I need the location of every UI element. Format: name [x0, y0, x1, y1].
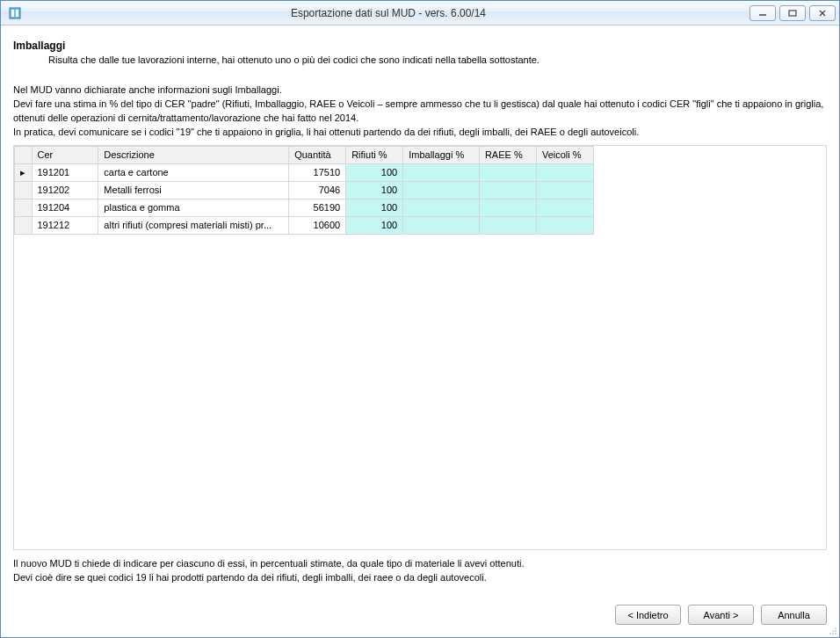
table-row[interactable]: ▸ 191201 carta e cartone 17510 100 — [15, 163, 594, 181]
cell-quantita[interactable]: 17510 — [289, 163, 346, 181]
next-button[interactable]: Avanti > — [688, 605, 754, 625]
col-imballaggi[interactable]: Imballaggi % — [403, 146, 480, 163]
cell-rifiuti[interactable]: 100 — [346, 181, 403, 199]
cell-raee[interactable] — [479, 163, 536, 181]
minimize-button[interactable] — [749, 5, 776, 21]
maximize-button[interactable] — [779, 5, 806, 21]
page-subheading: Risulta che dalle tue lavorazioni intern… — [48, 54, 827, 68]
row-indicator — [15, 181, 33, 199]
table-row[interactable]: 191204 plastica e gomma 56190 100 — [15, 199, 594, 216]
intro-line-3: In pratica, devi comunicare se i codici … — [13, 127, 639, 137]
col-descrizione[interactable]: Descrizione — [98, 146, 289, 163]
intro-line-2: Devi fare una stima in % del tipo di CER… — [13, 98, 823, 123]
wizard-buttons: < Indietro Avanti > Annulla — [1, 592, 839, 637]
app-window: Esportazione dati sul MUD - vers. 6.00/1… — [0, 0, 840, 638]
cell-descrizione[interactable]: Metalli ferrosi — [98, 181, 289, 199]
cell-descrizione[interactable]: carta e cartone — [98, 163, 289, 181]
title-bar[interactable]: Esportazione dati sul MUD - vers. 6.00/1… — [1, 1, 839, 25]
intro-line-1: Nel MUD vanno dichiarate anche informazi… — [13, 84, 282, 95]
cell-rifiuti[interactable]: 100 — [346, 163, 403, 181]
app-icon — [8, 6, 22, 20]
cell-cer[interactable]: 191212 — [32, 216, 98, 234]
cell-quantita[interactable]: 56190 — [289, 199, 346, 216]
svg-rect-0 — [10, 8, 20, 18]
footer-line-2: Devi cioè dire se quei codici 19 li hai … — [13, 572, 487, 583]
cell-cer[interactable]: 191201 — [32, 163, 98, 181]
row-indicator — [15, 216, 33, 234]
cell-raee[interactable] — [479, 181, 536, 199]
grid-header-row: Cer Descrizione Quantità Rifiuti % Imbal… — [15, 146, 594, 163]
cell-descrizione[interactable]: plastica e gomma — [98, 199, 289, 216]
back-button[interactable]: < Indietro — [615, 605, 681, 625]
cell-rifiuti[interactable]: 100 — [346, 216, 403, 234]
cell-quantita[interactable]: 10600 — [289, 216, 346, 234]
cancel-button[interactable]: Annulla — [761, 605, 827, 625]
intro-text: Nel MUD vanno dichiarate anche informazi… — [13, 83, 827, 140]
data-grid[interactable]: Cer Descrizione Quantità Rifiuti % Imbal… — [13, 145, 827, 550]
cell-raee[interactable] — [479, 199, 536, 216]
cell-cer[interactable]: 191204 — [32, 199, 98, 216]
col-cer[interactable]: Cer — [32, 146, 98, 163]
col-raee[interactable]: RAEE % — [479, 146, 536, 163]
col-quantita[interactable]: Quantità — [289, 146, 346, 163]
window-title: Esportazione dati sul MUD - vers. 6.00/1… — [27, 7, 749, 19]
content-area: Imballaggi Risulta che dalle tue lavoraz… — [1, 25, 839, 592]
row-indicator-icon: ▸ — [15, 163, 33, 181]
cell-imballaggi[interactable] — [403, 199, 480, 216]
cell-cer[interactable]: 191202 — [32, 181, 98, 199]
row-indicator — [15, 199, 33, 216]
cell-raee[interactable] — [479, 216, 536, 234]
table-row[interactable]: 191212 altri rifiuti (compresi materiali… — [15, 216, 594, 234]
svg-rect-2 — [16, 10, 18, 17]
cell-quantita[interactable]: 7046 — [289, 181, 346, 199]
cell-imballaggi[interactable] — [403, 181, 480, 199]
footer-line-1: Il nuovo MUD ti chiede di indicare per c… — [13, 558, 524, 569]
cell-veicoli[interactable] — [536, 216, 593, 234]
cell-imballaggi[interactable] — [403, 216, 480, 234]
svg-rect-1 — [11, 10, 14, 17]
cell-veicoli[interactable] — [536, 163, 593, 181]
cell-descrizione[interactable]: altri rifiuti (compresi materiali misti)… — [98, 216, 289, 234]
table-row[interactable]: 191202 Metalli ferrosi 7046 100 — [15, 181, 594, 199]
cell-imballaggi[interactable] — [403, 163, 480, 181]
window-controls — [749, 5, 836, 21]
grid-corner — [15, 146, 33, 163]
cell-veicoli[interactable] — [536, 181, 593, 199]
footer-text: Il nuovo MUD ti chiede di indicare per c… — [13, 557, 827, 585]
cell-veicoli[interactable] — [536, 199, 593, 216]
svg-rect-4 — [789, 11, 796, 16]
cell-rifiuti[interactable]: 100 — [346, 199, 403, 216]
col-rifiuti[interactable]: Rifiuti % — [346, 146, 403, 163]
col-veicoli[interactable]: Veicoli % — [536, 146, 593, 163]
page-heading: Imballaggi — [13, 40, 827, 52]
close-button[interactable] — [809, 5, 836, 21]
